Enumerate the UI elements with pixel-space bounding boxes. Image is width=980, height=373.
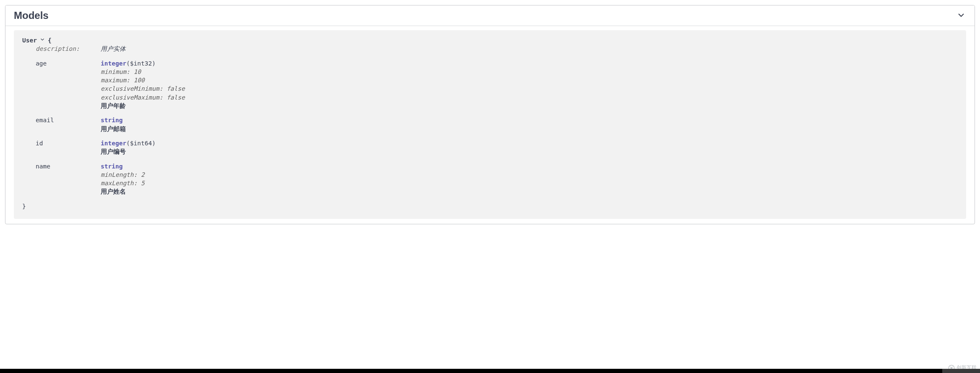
prop-key-name: name <box>36 162 101 171</box>
model-box-user: User { description: 用户实体 age integer($in… <box>14 30 966 219</box>
models-title: Models <box>14 10 49 21</box>
prop-key-age: age <box>36 59 101 68</box>
age-excl-min: exclusiveMinimum: false <box>101 84 958 93</box>
description-row: description: 用户实体 <box>36 45 958 53</box>
prop-row-name: name string minLength: 2 maxLength: 5 用户… <box>36 162 958 196</box>
age-excl-max: exclusiveMaximum: false <box>101 93 958 102</box>
name-desc: 用户姓名 <box>101 187 958 196</box>
prop-type-email: string <box>101 117 122 123</box>
description-value: 用户实体 <box>101 45 126 52</box>
description-label: description: <box>36 45 101 53</box>
model-name: User <box>22 36 37 45</box>
models-panel: Models User { description: 用户实体 age <box>5 5 975 224</box>
prop-format-id: ($int64) <box>126 140 156 147</box>
chevron-down-icon <box>39 36 45 45</box>
prop-type-id: integer <box>101 140 126 147</box>
prop-row-email: email string 用户邮箱 <box>36 116 958 133</box>
model-inner: description: 用户实体 age integer($int32) mi… <box>22 45 958 196</box>
age-desc: 用户年龄 <box>101 102 958 110</box>
open-brace: { <box>48 36 52 45</box>
prop-row-age: age integer($int32) minimum: 10 maximum:… <box>36 59 958 110</box>
close-brace: } <box>22 202 958 210</box>
model-title-row[interactable]: User { <box>22 36 958 45</box>
models-body: User { description: 用户实体 age integer($in… <box>5 30 975 224</box>
prop-type-age: integer <box>101 60 126 67</box>
name-max-len: maxLength: 5 <box>101 179 958 187</box>
models-header[interactable]: Models <box>5 5 975 26</box>
prop-type-name: string <box>101 163 122 170</box>
name-min-len: minLength: 2 <box>101 171 958 179</box>
chevron-down-icon <box>956 10 966 21</box>
email-desc: 用户邮箱 <box>101 125 958 133</box>
prop-row-id: id integer($int64) 用户编号 <box>36 139 958 156</box>
id-desc: 用户编号 <box>101 147 958 156</box>
age-minimum: minimum: 10 <box>101 68 958 76</box>
prop-key-id: id <box>36 139 101 147</box>
prop-format-age: ($int32) <box>126 60 156 67</box>
prop-key-email: email <box>36 116 101 124</box>
age-maximum: maximum: 100 <box>101 76 958 84</box>
